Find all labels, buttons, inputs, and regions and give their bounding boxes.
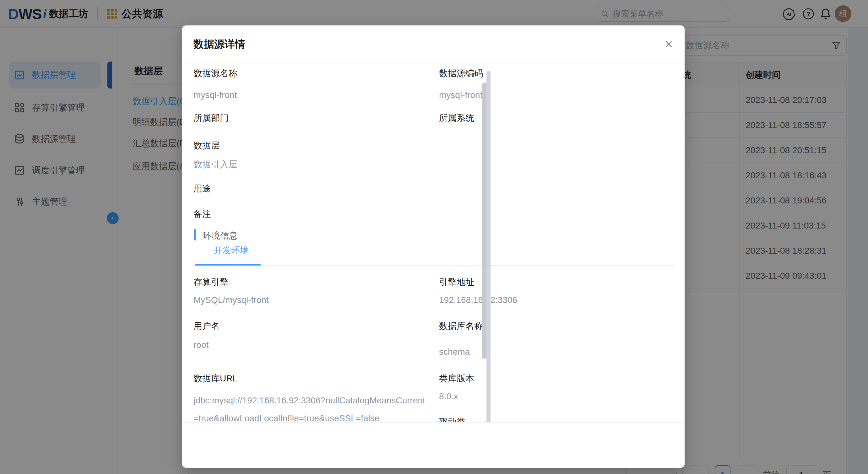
field-label-code: 数据源编码 [439,67,483,80]
field-value-engine: MySQL/mysql-front [193,295,269,305]
field-label-user: 用户名 [193,320,220,332]
modal-header: 数据源详情 ✕ [182,25,685,63]
field-label-engine: 存算引擎 [193,276,228,288]
inner-scrollbar-thumb[interactable] [482,83,487,359]
close-icon[interactable]: ✕ [664,39,674,50]
field-value-layer: 数据引入层 [193,159,238,170]
field-value-name: mysql-front [193,90,237,100]
modal-footer-divider [182,422,685,422]
field-value-address: 192.168.16.92:3306 [439,295,517,305]
field-label-usage: 用途 [193,183,211,195]
datasource-detail-modal: 数据源详情 ✕ 数据源名称 数据源编码 mysql-front mysql-fr… [182,25,685,468]
field-label-url: 数据库URL [193,373,238,384]
modal-scrollbar-thumb[interactable] [487,71,491,422]
field-value-code: mysql-front [439,90,483,100]
field-label-version: 类库版本 [439,373,474,384]
field-value-version: 8.0.x [439,391,458,402]
field-label-address: 引擎地址 [439,276,474,288]
field-value-db: schema [439,347,470,357]
tab-dev-environment[interactable]: 开发环境 [214,245,249,256]
tab-bar-track [193,265,675,265]
modal-body: 数据源名称 数据源编码 mysql-front mysql-front 所属部门… [182,63,685,422]
field-label-layer: 数据层 [193,140,220,152]
tab-active-underline [195,264,261,265]
modal-title: 数据源详情 [193,37,245,52]
field-label-dept: 所属部门 [193,112,228,124]
section-accent-bar [194,229,196,241]
field-value-url: jdbc:mysql://192.168.16.92:3306?nullCata… [193,391,427,422]
field-label-remark: 备注 [193,208,211,220]
field-label-db: 数据库名称 [439,320,483,332]
field-label-name: 数据源名称 [193,67,238,80]
env-section-title: 环境信息 [203,230,238,242]
field-label-system: 所属系统 [439,112,474,124]
field-value-user: root [193,340,209,350]
field-label-driver-clipped: 驱动类 [439,416,465,422]
